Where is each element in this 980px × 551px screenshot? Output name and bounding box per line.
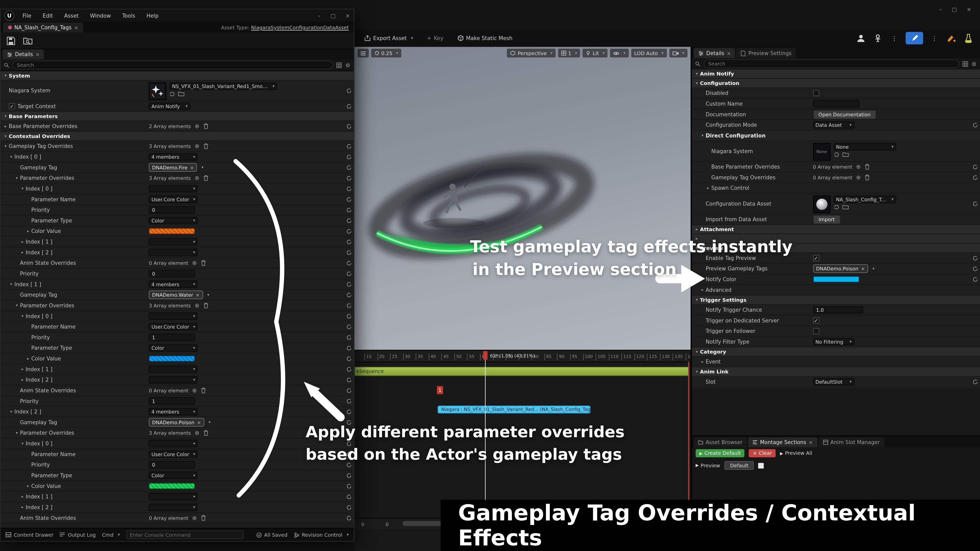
reset-to-default-icon[interactable] <box>346 154 352 160</box>
add-element-icon[interactable]: ⊕ <box>195 303 199 308</box>
dropdown-no-filtering[interactable]: No Filtering▾ <box>813 338 854 345</box>
caret-down-icon[interactable]: ▾ <box>873 266 875 271</box>
delete-elements-icon[interactable] <box>865 174 870 180</box>
tag-chip[interactable]: DNADemo.Poison× <box>813 264 868 273</box>
use-selected-asset-icon[interactable] <box>834 204 839 210</box>
reset-to-default-icon[interactable] <box>346 356 352 362</box>
color-swatch[interactable] <box>813 276 859 282</box>
grid-view-icon[interactable] <box>336 62 342 68</box>
close-icon[interactable]: × <box>967 6 971 12</box>
color-swatch[interactable] <box>149 483 195 489</box>
remove-tag-icon[interactable]: × <box>196 292 200 298</box>
dropdown-color[interactable]: Color▾ <box>149 217 198 224</box>
checkbox[interactable] <box>813 328 819 334</box>
preview-button[interactable]: ▶ Preview <box>696 462 720 468</box>
tab-asset-browser[interactable]: Asset Browser <box>694 437 747 447</box>
reset-to-default-icon[interactable] <box>346 515 352 521</box>
asset-type-value[interactable]: NiagaraSystemConfigurationDataAsset <box>251 25 349 30</box>
niagara-notify-bar[interactable]: Niagara : NS_VFX_01_Slash_Variant_Red...… <box>438 405 590 413</box>
dropdown-value[interactable]: ▾ <box>149 440 198 447</box>
browse-to-asset-icon[interactable] <box>23 37 33 44</box>
tag-chip[interactable]: DNADemo.Fire× <box>149 163 197 171</box>
dropdown-ns-vfx-01-slash-variant-red1-smoke-demo[interactable]: NS_VFX_01_Slash_Variant_Red1_Smoke_Demo▾ <box>169 83 277 90</box>
reset-to-default-icon[interactable] <box>346 292 352 298</box>
delete-elements-icon[interactable] <box>200 260 206 266</box>
tag-chip[interactable]: DNADemo.Poison× <box>149 418 204 427</box>
delete-elements-icon[interactable] <box>200 387 206 393</box>
chevron-right-icon[interactable]: ▸ <box>19 367 25 372</box>
tab-details-left[interactable]: Details × <box>3 49 44 59</box>
create-default-button[interactable]: ▶ Create Default <box>696 449 745 457</box>
browse-to-asset-icon[interactable] <box>178 91 185 97</box>
value-input[interactable]: 0 <box>149 461 195 468</box>
chevron-right-icon[interactable]: ▸ <box>25 356 31 361</box>
caret-down-icon[interactable]: ▾ <box>208 420 210 425</box>
window-titlebar[interactable]: U File Edit Asset Window Tools Help – □ … <box>0 10 354 22</box>
dropdown-4-members[interactable]: 4 members▾ <box>149 153 198 160</box>
reset-to-default-icon[interactable] <box>346 124 352 129</box>
add-key-button[interactable]: + Key <box>423 32 447 44</box>
reset-to-default-icon[interactable] <box>346 207 352 213</box>
add-element-icon[interactable]: ⊕ <box>192 260 197 266</box>
chevron-right-icon[interactable]: ▸ <box>694 227 700 232</box>
reset-to-default-icon[interactable] <box>346 249 352 255</box>
chevron-down-icon[interactable]: ▾ <box>8 282 14 287</box>
chevron-down-icon[interactable]: ▾ <box>8 409 14 414</box>
remove-tag-icon[interactable]: × <box>190 165 194 170</box>
dropdown-color[interactable]: Color▾ <box>149 472 198 479</box>
checkbox[interactable]: ✓ <box>813 318 819 324</box>
dropdown-value[interactable]: ▾ <box>149 503 198 511</box>
chevron-right-icon[interactable]: ▸ <box>19 377 25 383</box>
add-element-icon[interactable]: ⊕ <box>195 430 199 436</box>
chevron-down-icon[interactable]: ▾ <box>19 313 25 319</box>
chevron-down-icon[interactable]: ▾ <box>694 297 700 303</box>
chevron-right-icon[interactable]: ▸ <box>19 239 25 245</box>
close-icon[interactable]: × <box>727 50 731 56</box>
maximize-icon[interactable]: □ <box>952 6 957 12</box>
asset-thumbnail[interactable] <box>813 196 830 213</box>
overflow-menu-icon[interactable]: ⋮ <box>889 32 900 44</box>
chevron-down-icon[interactable]: ▾ <box>14 303 20 308</box>
chevron-down-icon[interactable]: ▾ <box>19 441 25 446</box>
maximize-icon[interactable]: □ <box>331 13 336 19</box>
menu-window[interactable]: Window <box>87 13 114 19</box>
reset-to-default-icon[interactable] <box>346 334 352 340</box>
content-drawer-button[interactable]: Content Drawer <box>6 532 53 537</box>
create-asset-icon[interactable] <box>945 32 957 44</box>
browse-to-asset-icon[interactable] <box>842 152 848 157</box>
chevron-down-icon[interactable]: ▾ <box>3 114 9 119</box>
section-checkbox[interactable] <box>759 462 764 468</box>
reset-to-default-icon[interactable] <box>346 218 352 223</box>
reset-to-default-icon[interactable] <box>346 345 352 351</box>
reset-to-default-icon[interactable] <box>346 239 352 245</box>
dropdown-defaultslot[interactable]: DefaultSlot▾ <box>813 378 854 386</box>
button-import[interactable]: Import <box>813 214 840 224</box>
all-saved-status[interactable]: All Saved <box>256 532 287 537</box>
section-attachment[interactable]: ▸Attachment <box>692 225 980 234</box>
use-selected-asset-icon[interactable] <box>169 91 175 97</box>
reset-to-default-icon[interactable] <box>346 165 352 170</box>
clear-button[interactable]: × Clear <box>749 449 776 457</box>
chevron-down-icon[interactable]: ▾ <box>694 81 700 86</box>
reset-to-default-icon[interactable] <box>346 186 352 192</box>
reset-to-default-icon[interactable] <box>346 366 352 372</box>
reset-to-default-icon[interactable] <box>346 175 352 181</box>
menu-tools[interactable]: Tools <box>119 13 138 19</box>
dropdown-4-members[interactable]: 4 members▾ <box>149 281 198 288</box>
value-input[interactable]: 1.0 <box>813 306 863 313</box>
chevron-right-icon[interactable]: ▸ <box>19 505 25 510</box>
menu-asset[interactable]: Asset <box>61 13 82 19</box>
close-icon[interactable]: × <box>345 13 350 19</box>
chevron-down-icon[interactable]: ▾ <box>3 73 9 78</box>
overflow-menu-icon-2[interactable]: ⋮ <box>929 32 940 44</box>
save-icon[interactable] <box>6 36 16 45</box>
close-icon[interactable]: × <box>35 52 40 57</box>
add-element-icon[interactable]: ⊕ <box>195 175 199 181</box>
reset-to-default-icon[interactable] <box>346 281 352 287</box>
chevron-down-icon[interactable]: ▾ <box>19 186 25 191</box>
delete-elements-icon[interactable] <box>865 164 870 170</box>
section-anim-link[interactable]: ▾Anim Link <box>692 367 980 377</box>
viewport[interactable]: 0.25 ▾ Perspective ▾ 1 ▾ <box>355 47 691 350</box>
color-swatch[interactable] <box>149 228 195 234</box>
reset-to-default-icon[interactable] <box>346 260 352 266</box>
